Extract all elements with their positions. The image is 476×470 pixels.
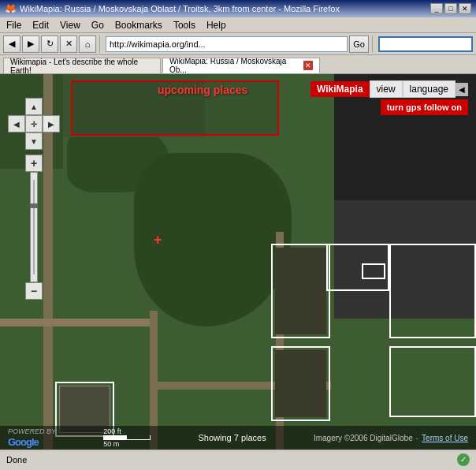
zoom-thumb[interactable]: [30, 203, 38, 208]
menu-help[interactable]: Help: [203, 19, 229, 32]
back-button[interactable]: ◀: [3, 35, 20, 53]
nav-right-button[interactable]: ▶: [43, 115, 60, 132]
map-crosshair: +: [154, 232, 162, 248]
wikimapia-logo[interactable]: WikiMapia: [311, 81, 370, 97]
status-bar: Done ✓: [0, 449, 476, 468]
scale-half-1: [104, 435, 127, 439]
tab-0[interactable]: Wikimapia - Let's describe the whole Ear…: [3, 58, 161, 73]
showing-places-text: Showing 7 places: [198, 433, 266, 442]
building-5: [389, 244, 476, 338]
menu-bar: File Edit View Go Bookmarks Tools Help: [0, 17, 476, 33]
nav-up-button[interactable]: ▲: [25, 98, 43, 115]
tab-1-label: WikiMapia: Russia / Moskovskaja Ob...: [169, 58, 300, 73]
zoom-out-button[interactable]: −: [25, 282, 43, 300]
footer-left: POWERED BY Google: [8, 427, 56, 448]
google-logo: Google: [8, 436, 39, 448]
separator2: [372, 35, 375, 53]
zoom-track: [33, 180, 35, 274]
tab-bar: Wikimapia - Let's describe the whole Ear…: [0, 55, 476, 74]
check-icon: ✓: [460, 455, 467, 464]
tab-1[interactable]: WikiMapia: Russia / Moskovskaja Ob... ✕: [162, 58, 320, 73]
maximize-button[interactable]: □: [444, 3, 457, 14]
map-footer: POWERED BY Google 200 ft 50 m Showing 7 …: [0, 426, 476, 449]
nav-down-button[interactable]: ▼: [25, 132, 43, 150]
menu-file[interactable]: File: [3, 19, 24, 32]
search-input[interactable]: [378, 36, 473, 52]
minimize-button[interactable]: _: [430, 3, 443, 14]
building-small: [362, 263, 385, 279]
title-bar-left: 🦊 WikiMapia: Russia / Moskovskaja Oblast…: [5, 3, 340, 14]
nav-left-button[interactable]: ◀: [8, 115, 25, 132]
scale-bar: 200 ft 50 m: [103, 427, 151, 448]
tab-close-button[interactable]: ✕: [303, 61, 313, 70]
separator: [99, 35, 102, 53]
collapse-arrow[interactable]: ◀: [456, 83, 468, 96]
building-3-inner: [275, 350, 326, 417]
address-bar[interactable]: http://wikimapia.org/ind...: [106, 36, 348, 52]
imagery-text: Imagery ©2006 DigitalGlobe - Terms of Us…: [314, 434, 468, 442]
status-icon: ✓: [457, 453, 470, 466]
road-horizontal-1: [0, 319, 158, 326]
forward-button[interactable]: ▶: [22, 35, 39, 53]
scale-half-2: [127, 435, 150, 439]
menu-tools[interactable]: Tools: [170, 19, 199, 32]
reload-button[interactable]: ↻: [41, 35, 58, 53]
go-button[interactable]: Go: [349, 35, 369, 53]
home-button[interactable]: ⌂: [79, 35, 96, 53]
separator-dash: -: [416, 434, 418, 442]
close-button[interactable]: ✕: [459, 3, 471, 14]
title-bar: 🦊 WikiMapia: Russia / Moskovskaja Oblast…: [0, 0, 476, 17]
toolbar: ◀ ▶ ↻ ✕ ⌂ http://wikimapia.org/ind... Go: [0, 33, 476, 55]
menu-edit[interactable]: Edit: [29, 19, 52, 32]
zoom-slider[interactable]: [30, 172, 38, 282]
tab-0-label: Wikimapia - Let's describe the whole Ear…: [10, 58, 154, 73]
nav-controls: ▲ ◀ ✛ ▶ ▼ + −: [8, 98, 60, 300]
menu-view[interactable]: View: [57, 19, 84, 32]
nav-horizontal: ◀ ✛ ▶: [8, 115, 60, 132]
imagery-label: Imagery ©2006 DigitalGlobe: [314, 434, 413, 442]
scale-m-label: 50 m: [103, 440, 119, 448]
window-title: WikiMapia: Russia / Moskovskaja Oblast /…: [20, 4, 340, 13]
powered-by: POWERED BY: [8, 427, 56, 435]
scale-ft-label: 200 ft: [103, 427, 121, 435]
building-6: [389, 346, 476, 417]
url-text: http://wikimapia.org/ind...: [110, 39, 206, 49]
scale-labels: 200 ft: [103, 427, 121, 435]
view-button[interactable]: view: [370, 80, 403, 98]
wikimapia-header: WikiMapia view language ◀: [311, 80, 468, 98]
stop-button[interactable]: ✕: [60, 35, 77, 53]
title-bar-buttons[interactable]: _ □ ✕: [430, 3, 471, 14]
language-button[interactable]: language: [403, 80, 456, 98]
map-container[interactable]: ▲ ◀ ✛ ▶ ▼ + − upcoming places WikiMapia …: [0, 74, 476, 449]
nav-center-button[interactable]: ✛: [25, 115, 43, 132]
zoom-in-button[interactable]: +: [25, 155, 43, 172]
upcoming-text: upcoming places: [158, 84, 247, 96]
building-2-inner: [275, 248, 326, 334]
status-text: Done: [6, 455, 27, 464]
menu-go[interactable]: Go: [88, 19, 107, 32]
gps-button[interactable]: turn gps follow on: [381, 99, 468, 115]
menu-bookmarks[interactable]: Bookmarks: [112, 19, 165, 32]
terms-link[interactable]: Terms of Use: [422, 434, 468, 442]
firefox-icon: 🦊: [5, 3, 17, 14]
